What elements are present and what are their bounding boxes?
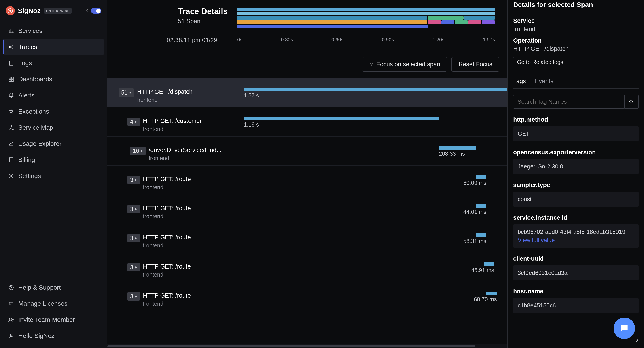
horizontal-scrollbar[interactable]	[107, 344, 507, 348]
span-operation: HTTP GET: /route	[143, 176, 191, 183]
sidebar-item-services[interactable]: Services	[3, 23, 104, 39]
span-row[interactable]: 4 ▸ HTTP GET: /customer frontend 1.16 s	[107, 107, 507, 137]
tab-tags[interactable]: Tags	[513, 75, 526, 88]
span-bar	[484, 262, 494, 266]
span-tree[interactable]: 51 ▾ HTTP GET /dispatch frontend 1.57 s …	[107, 78, 507, 344]
span-count-pill[interactable]: 3 ▸	[128, 176, 140, 184]
sidebar-item-settings[interactable]: Settings	[3, 168, 104, 184]
minimap[interactable]	[236, 7, 495, 34]
sidebar-item-label: Exceptions	[18, 108, 49, 115]
span-row[interactable]: 3 ▸ HTTP GET: /route frontend 44.01 ms	[107, 195, 507, 224]
sidebar-item-traces[interactable]: Traces	[3, 39, 104, 55]
timestamp-row: 02:38:11 pm 01/29 0s0.30s0.60s0.90s1.20s…	[107, 35, 507, 45]
tab-events[interactable]: Events	[535, 75, 554, 88]
span-duration: 60.09 ms	[463, 180, 486, 186]
chat-fab[interactable]	[614, 317, 635, 339]
detail-heading: Details for selected Span	[513, 0, 639, 13]
span-row[interactable]: 51 ▾ HTTP GET /dispatch frontend 1.57 s	[107, 78, 507, 107]
sidebar-item-label: Dashboards	[18, 76, 52, 83]
span-service: frontend	[143, 271, 191, 278]
svg-point-18	[10, 318, 12, 320]
sidebar-item-label: Help & Support	[18, 284, 61, 291]
sidebar-item-label: Settings	[18, 172, 41, 180]
sidebar-item-label: Alerts	[18, 92, 34, 99]
span-count: 3	[130, 235, 133, 241]
span-bar	[244, 117, 439, 120]
chevron-right-icon: ▸	[135, 207, 137, 211]
sidebar-item-alerts[interactable]: Alerts	[3, 87, 104, 103]
chevron-right-icon[interactable]: ›	[636, 336, 638, 343]
sidebar-item-invite-team-member[interactable]: Invite Team Member	[3, 312, 104, 328]
view-full-value-link[interactable]: View full value	[518, 237, 634, 244]
moon-icon: ☾	[86, 8, 90, 13]
span-service: frontend	[143, 213, 191, 220]
service-label: Service	[513, 18, 639, 24]
sidebar-item-manage-licenses[interactable]: Manage Licenses	[3, 296, 104, 312]
svg-point-2	[9, 47, 10, 48]
span-operation: HTTP GET: /customer	[143, 118, 202, 124]
sidebar-item-label: Logs	[18, 60, 32, 67]
logo-icon	[6, 6, 15, 15]
span-count: 3	[130, 293, 133, 300]
focus-selected-button[interactable]: Focus on selected span	[362, 57, 447, 72]
span-count: 3	[130, 264, 133, 271]
related-logs-button[interactable]: Go to Related logs	[513, 57, 567, 67]
tick-label: 0s	[237, 37, 242, 43]
sidebar-item-service-map[interactable]: Service Map	[3, 120, 104, 136]
reset-focus-button[interactable]: Reset Focus	[452, 57, 499, 72]
sidebar-item-label: Billing	[18, 156, 35, 163]
span-count-pill[interactable]: 4 ▸	[128, 118, 140, 126]
tick-label: 1.57s	[483, 37, 495, 43]
theme-toggle[interactable]: ☾	[86, 8, 101, 14]
span-count-pill[interactable]: 51 ▾	[118, 88, 134, 97]
timestamp: 02:38:11 pm 01/29	[167, 37, 217, 45]
span-row[interactable]: 3 ▸ HTTP GET: /route frontend 60.09 ms	[107, 166, 507, 195]
svg-point-20	[630, 100, 632, 103]
tag-key: opencensus.exporterversion	[513, 149, 639, 156]
sidebar-item-help-support[interactable]: Help & Support	[3, 279, 104, 296]
sidebar-item-label: Services	[18, 27, 42, 35]
span-service: frontend	[143, 242, 191, 249]
chevron-right-icon: ▸	[135, 177, 137, 182]
sidebar-item-dashboards[interactable]: Dashboards	[3, 71, 104, 87]
span-row[interactable]: 16 ▸ /driver.DriverService/Find... front…	[107, 137, 507, 166]
sidebar-item-usage-explorer[interactable]: Usage Explorer	[3, 136, 104, 152]
span-count: 4	[130, 118, 133, 125]
span-row[interactable]: 3 ▸ HTTP GET: /route frontend 45.91 ms	[107, 253, 507, 282]
tag-search-input[interactable]	[513, 95, 624, 109]
span-duration: 208.33 ms	[439, 150, 465, 157]
sidebar-item-hello-signoz[interactable]: Hello SigNoz	[3, 328, 104, 344]
controls-row: Focus on selected span Reset Focus	[107, 45, 507, 78]
svg-point-3	[12, 45, 13, 46]
main: Trace Details 51 Span	[107, 0, 644, 348]
user-icon	[8, 333, 14, 339]
span-count: 3	[130, 206, 133, 212]
span-row[interactable]: 3 ▸ HTTP GET: /route frontend 68.70 ms	[107, 282, 507, 311]
span-count-pill[interactable]: 16 ▸	[130, 147, 146, 155]
svg-rect-7	[12, 77, 14, 79]
svg-point-15	[10, 175, 12, 177]
operation-value: HTTP GET /dispatch	[513, 46, 639, 52]
span-service: frontend	[143, 300, 191, 307]
time-ticks: 0s0.30s0.60s0.90s1.20s1.57s	[237, 37, 495, 45]
sidebar: SigNoz ENTERPRISE ☾ ServicesTracesLogsDa…	[0, 0, 107, 348]
chevron-right-icon: ▸	[135, 265, 137, 270]
span-count-pill[interactable]: 3 ▸	[128, 234, 140, 242]
tag-search-button[interactable]	[624, 95, 639, 109]
sidebar-item-logs[interactable]: Logs	[3, 55, 104, 71]
svg-point-10	[10, 110, 12, 113]
span-count-pill[interactable]: 3 ▸	[128, 263, 140, 271]
license-icon	[8, 300, 14, 307]
chevron-right-icon: ▸	[135, 119, 137, 124]
span-count-pill[interactable]: 3 ▸	[128, 292, 140, 300]
chart-line-icon	[8, 141, 14, 147]
sidebar-header: SigNoz ENTERPRISE ☾	[0, 0, 107, 22]
span-duration: 45.91 ms	[471, 267, 494, 273]
sidebar-item-billing[interactable]: Billing	[3, 152, 104, 168]
span-count-pill[interactable]: 3 ▸	[128, 205, 140, 213]
span-row[interactable]: 3 ▸ HTTP GET: /route frontend 58.31 ms	[107, 224, 507, 253]
trace-header: Trace Details 51 Span	[107, 0, 507, 35]
nav-bottom: Help & SupportManage LicensesInvite Team…	[0, 276, 107, 348]
sidebar-item-exceptions[interactable]: Exceptions	[3, 103, 104, 120]
trace-title: Trace Details	[178, 7, 228, 16]
